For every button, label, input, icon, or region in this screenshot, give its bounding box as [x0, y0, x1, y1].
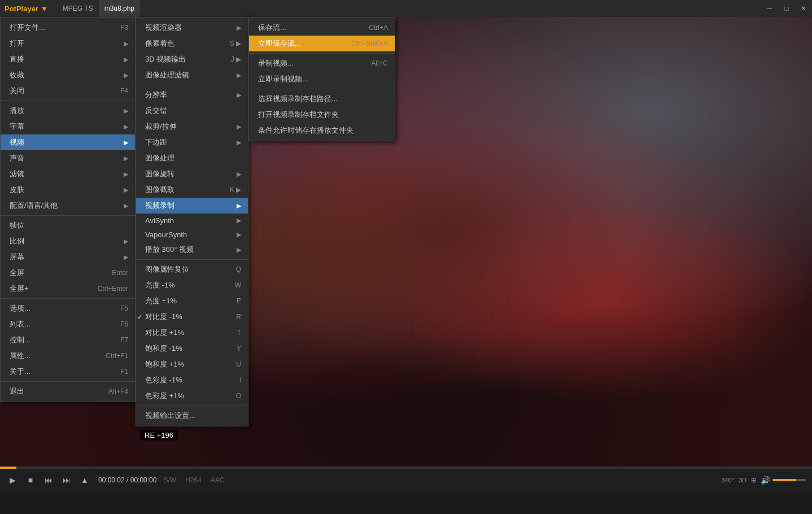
minimize-button[interactable]: ─ — [761, 0, 778, 17]
layout-icon[interactable]: ⊞ — [751, 477, 756, 484]
vsep2 — [136, 259, 248, 260]
video-submenu: 视频渲染器 ▶ 像素着色 S ▶ 3D 视频输出 J ▶ 图像处理滤镜 ▶ 分辨… — [136, 17, 248, 426]
close-button[interactable]: ✕ — [795, 0, 812, 17]
progress-bar[interactable] — [0, 467, 812, 469]
maximize-button[interactable]: □ — [778, 0, 795, 17]
menu-subtitle[interactable]: 字幕 ▶ — [1, 119, 135, 134]
threed-label: 3D — [739, 477, 746, 483]
volume-icon[interactable]: 🔊 — [761, 476, 770, 485]
menu-contrast-up[interactable]: 对比度 +1% T — [136, 325, 248, 341]
menu-reset-image[interactable]: 图像属性复位 Q — [136, 262, 248, 277]
menu-saturation-up[interactable]: 饱和度 +1% U — [136, 356, 248, 372]
prev-button[interactable]: ⏮ — [42, 473, 55, 487]
menu-record-video[interactable]: 录制视频... Alt+C — [249, 55, 395, 71]
menu-frame[interactable]: 帧位 — [1, 217, 135, 233]
menu-exit[interactable]: 退出 Alt+F4 — [1, 384, 135, 399]
menu-control[interactable]: 控制... F7 — [1, 332, 135, 348]
rsep2 — [249, 89, 395, 89]
menu-crop[interactable]: 裁剪/拉伸 ▶ — [136, 119, 248, 134]
menu-open-file[interactable]: 打开文件... F3 — [1, 20, 135, 36]
menu-select-archive-path[interactable]: 选择视频录制存档路径... — [249, 91, 395, 107]
volume-fill — [772, 479, 796, 481]
tab-mpeg[interactable]: MPEG TS — [57, 0, 99, 17]
volume-area: 🔊 — [761, 476, 806, 485]
menu-ratio[interactable]: 比例 ▶ — [1, 233, 135, 249]
progress-fill — [0, 467, 16, 469]
menu-open[interactable]: 打开 ▶ — [1, 36, 135, 51]
controls-bar: ▶ ■ ⏮ ⏭ ▲ 00:00:02 / 00:00:00 S/W H264 A… — [0, 469, 812, 491]
menu-record[interactable]: 视频录制 ▶ — [136, 198, 248, 214]
open-button[interactable]: ▲ — [78, 473, 91, 487]
menu-avisynth[interactable]: AviSynth ▶ — [136, 214, 248, 228]
menu-video[interactable]: 视频 ▶ — [1, 134, 135, 150]
logo-text: PotPlayer — [5, 5, 38, 13]
sw-label: S/W — [163, 476, 176, 484]
menu-vapoursynth[interactable]: VapourSynth ▶ — [136, 228, 248, 242]
sep1 — [1, 101, 135, 101]
menu-screen[interactable]: 屏幕 ▶ — [1, 249, 135, 265]
menu-hue-up[interactable]: 色彩度 +1% O — [136, 388, 248, 404]
menu-audio[interactable]: 声音 ▶ — [1, 150, 135, 166]
menu-fullscreen[interactable]: 全屏 Enter — [1, 265, 135, 281]
menu-save-stream-now[interactable]: 立即保存流... Ctrl+Shift+A — [249, 36, 395, 51]
menu-image-rotate[interactable]: 图像旋转 ▶ — [136, 166, 248, 182]
play-button[interactable]: ▶ — [6, 473, 19, 487]
menu-list[interactable]: 列表... F6 — [1, 316, 135, 332]
tab-m3u8[interactable]: m3u8.php — [99, 0, 140, 17]
sep3 — [1, 298, 135, 299]
menu-properties[interactable]: 属性... Ctrl+F1 — [1, 348, 135, 364]
menu-resolution[interactable]: 分辨率 ▶ — [136, 87, 248, 103]
menu-saturation-down[interactable]: 饱和度 -1% Y — [136, 341, 248, 356]
degree-label: 340° — [721, 477, 734, 483]
app-logo[interactable]: PotPlayer ▼ — [5, 5, 48, 13]
menu-deinterlace[interactable]: 反交错 — [136, 103, 248, 119]
menu-bottom-margin[interactable]: 下边距 ▶ — [136, 134, 248, 150]
vsep3 — [136, 406, 248, 406]
menu-brightness-up[interactable]: 亮度 +1% E — [136, 293, 248, 309]
menu-save-in-play-folder[interactable]: 条件允许时储存在播放文件夹 — [249, 123, 395, 138]
record-submenu: 保存流... Ctrl+A 立即保存流... Ctrl+Shift+A 录制视频… — [248, 17, 395, 141]
logo-arrow: ▼ — [41, 5, 48, 13]
menu-skin[interactable]: 皮肤 ▶ — [1, 182, 135, 198]
menu-live[interactable]: 直播 ▶ — [1, 51, 135, 67]
volume-slider[interactable] — [772, 479, 806, 481]
menu-image-filter[interactable]: 图像处理滤镜 ▶ — [136, 67, 248, 83]
time-display: 00:00:02 / 00:00:00 — [98, 476, 156, 484]
codec-video: H264 — [185, 476, 202, 484]
menu-3d-output[interactable]: 3D 视频输出 J ▶ — [136, 51, 248, 67]
menu-360video[interactable]: 播放 360° 视频 ▶ — [136, 242, 248, 258]
main-menu: 打开文件... F3 打开 ▶ 直播 ▶ 收藏 ▶ 关闭 F4 播放 ▶ 字幕 … — [0, 17, 136, 402]
next-button[interactable]: ⏭ — [60, 473, 73, 487]
menu-close[interactable]: 关闭 F4 — [1, 83, 135, 99]
menu-pixel-shader[interactable]: 像素着色 S ▶ — [136, 36, 248, 51]
sep2 — [1, 215, 135, 216]
menu-screenshot[interactable]: 图像截取 K ▶ — [136, 182, 248, 198]
codec-audio: AAC — [211, 476, 225, 484]
vsep1 — [136, 85, 248, 85]
menu-open-archive-folder[interactable]: 打开视频录制存档文件夹 — [249, 107, 395, 123]
window-controls: ─ □ ✕ — [761, 0, 812, 17]
re-badge: RE +196 — [140, 430, 178, 441]
menu-filter[interactable]: 滤镜 ▶ — [1, 166, 135, 182]
menu-image-process[interactable]: 图像处理 — [136, 150, 248, 166]
menu-video-renderer[interactable]: 视频渲染器 ▶ — [136, 20, 248, 36]
menu-brightness-down[interactable]: 亮度 -1% W — [136, 277, 248, 293]
titlebar: PotPlayer ▼ MPEG TS m3u8.php ─ □ ✕ — [0, 0, 812, 17]
menu-record-video-now[interactable]: 立即录制视频... — [249, 71, 395, 87]
menu-contrast-down[interactable]: ✓ 对比度 -1% R — [136, 309, 248, 325]
rsep1 — [249, 53, 395, 54]
sep4 — [1, 381, 135, 382]
menu-hue-down[interactable]: 色彩度 -1% I — [136, 372, 248, 388]
menu-about[interactable]: 关于... F1 — [1, 364, 135, 380]
menu-video-output-settings[interactable]: 视频输出设置... — [136, 408, 248, 424]
menu-fullscreen-plus[interactable]: 全屏+ Ctrl+Enter — [1, 281, 135, 297]
menu-config[interactable]: 配置/语言/其他 ▶ — [1, 198, 135, 214]
ctrl-right: 340° 3D ⊞ 🔊 — [721, 476, 806, 485]
menu-save-stream[interactable]: 保存流... Ctrl+A — [249, 20, 395, 36]
menu-favorites[interactable]: 收藏 ▶ — [1, 67, 135, 83]
stop-button[interactable]: ■ — [24, 473, 37, 487]
menu-options[interactable]: 选项... F5 — [1, 300, 135, 316]
menu-play[interactable]: 播放 ▶ — [1, 103, 135, 119]
